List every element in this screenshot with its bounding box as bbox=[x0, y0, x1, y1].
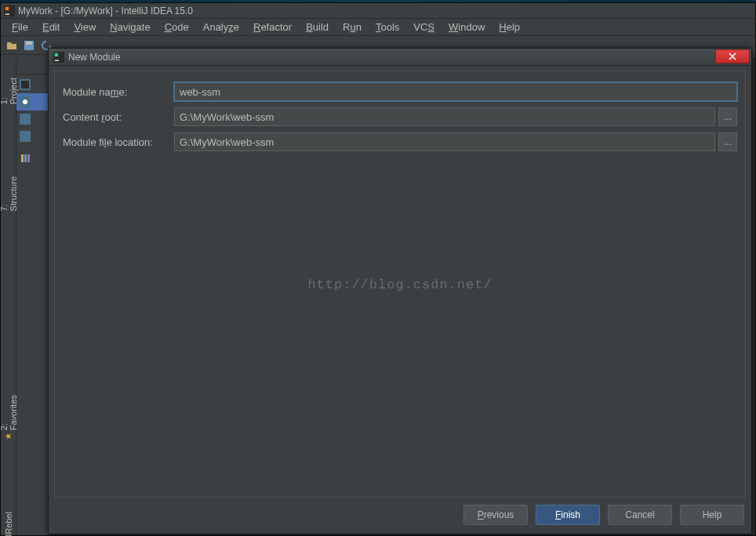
svg-rect-11 bbox=[21, 154, 24, 162]
svg-rect-1 bbox=[5, 6, 9, 9]
dialog-body: Module name: Content root: ... Module fi… bbox=[54, 71, 746, 498]
ide-titlebar: MyWork - [G:/MyWork] - IntelliJ IDEA 15.… bbox=[1, 3, 755, 19]
previous-button[interactable]: Previous bbox=[463, 505, 528, 525]
menu-view[interactable]: View bbox=[67, 20, 102, 34]
menu-analyze[interactable]: Analyze bbox=[197, 20, 245, 34]
menu-refactor[interactable]: Refactor bbox=[247, 20, 298, 34]
project-item[interactable] bbox=[16, 93, 49, 110]
ide-left-gutter: 1: Project 7: Structure 2: Favorites JRe… bbox=[1, 57, 16, 535]
content-root-input[interactable] bbox=[174, 107, 715, 126]
ide-menubar: File Edit View Navigate Code Analyze Ref… bbox=[1, 19, 755, 36]
ide-project-panel bbox=[16, 57, 49, 535]
svg-rect-16 bbox=[55, 60, 59, 60]
menu-build[interactable]: Build bbox=[300, 20, 335, 34]
gutter-tab-project[interactable]: 1: Project bbox=[0, 73, 20, 109]
finish-button[interactable]: Finish bbox=[536, 505, 600, 525]
row-content-root: Content root: ... bbox=[63, 106, 737, 128]
module-name-input[interactable] bbox=[174, 82, 737, 101]
svg-rect-12 bbox=[24, 154, 27, 162]
svg-rect-15 bbox=[55, 53, 58, 56]
gutter-tab-favorites[interactable]: 2: Favorites bbox=[0, 389, 20, 444]
svg-rect-4 bbox=[26, 42, 32, 45]
gutter-tab-jrebel-label: JRebel bbox=[4, 512, 13, 536]
cancel-button[interactable]: Cancel bbox=[608, 505, 672, 525]
watermark-text: http://blog.csdn.net/ bbox=[307, 277, 492, 292]
menu-code[interactable]: Code bbox=[158, 20, 195, 34]
menu-file[interactable]: File bbox=[5, 20, 35, 34]
close-icon bbox=[729, 53, 736, 60]
browse-content-root-button[interactable]: ... bbox=[718, 107, 737, 126]
label-module-file-location: Module file location: bbox=[63, 136, 174, 148]
open-icon[interactable] bbox=[5, 39, 18, 52]
gutter-tab-structure-label: 7: Structure bbox=[0, 176, 18, 212]
module-icon bbox=[20, 131, 31, 142]
menu-run[interactable]: Run bbox=[336, 20, 368, 34]
row-module-file-location: Module file location: ... bbox=[63, 131, 737, 153]
intellij-icon bbox=[53, 52, 64, 63]
svg-rect-2 bbox=[5, 13, 9, 14]
svg-rect-6 bbox=[21, 81, 29, 89]
menu-window[interactable]: Window bbox=[442, 20, 491, 34]
project-item[interactable] bbox=[16, 110, 49, 128]
library-icon bbox=[20, 153, 31, 164]
menu-help[interactable]: Help bbox=[492, 20, 526, 34]
project-header bbox=[16, 57, 49, 74]
close-button[interactable] bbox=[715, 49, 750, 63]
svg-rect-9 bbox=[20, 114, 31, 125]
help-button[interactable]: Help bbox=[680, 505, 744, 525]
label-content-root: Content root: bbox=[63, 111, 174, 123]
gutter-tab-favorites-label: 2: Favorites bbox=[0, 393, 18, 430]
menu-edit[interactable]: Edit bbox=[36, 20, 66, 34]
svg-rect-13 bbox=[27, 154, 30, 162]
gutter-tab-project-label: 1: Project bbox=[0, 78, 18, 104]
gutter-tab-structure[interactable]: 7: Structure bbox=[0, 172, 20, 216]
menu-navigate[interactable]: Navigate bbox=[104, 20, 156, 34]
svg-point-8 bbox=[23, 100, 27, 104]
dialog-footer: Previous Finish Cancel Help bbox=[54, 502, 746, 527]
star-icon bbox=[5, 432, 12, 440]
svg-rect-10 bbox=[20, 131, 31, 142]
new-module-dialog: New Module Module name: Content root: ..… bbox=[48, 48, 752, 534]
project-item[interactable] bbox=[16, 150, 49, 167]
dialog-title: New Module bbox=[68, 52, 121, 63]
browse-module-file-location-button[interactable]: ... bbox=[718, 132, 737, 151]
project-item[interactable] bbox=[16, 128, 49, 145]
gutter-tab-jrebel[interactable]: JRebel bbox=[2, 507, 15, 536]
label-module-name: Module name: bbox=[63, 86, 174, 98]
module-icon bbox=[20, 96, 31, 107]
save-icon[interactable] bbox=[23, 39, 35, 52]
dialog-titlebar[interactable]: New Module bbox=[49, 49, 751, 66]
menu-tools[interactable]: Tools bbox=[369, 20, 405, 34]
module-file-location-input[interactable] bbox=[174, 132, 715, 151]
project-item[interactable] bbox=[16, 76, 49, 93]
intellij-icon bbox=[4, 5, 15, 16]
module-icon bbox=[20, 79, 31, 90]
menu-vcs[interactable]: VCS bbox=[407, 20, 441, 34]
ide-title: MyWork - [G:/MyWork] - IntelliJ IDEA 15.… bbox=[18, 5, 193, 16]
row-module-name: Module name: bbox=[63, 81, 737, 103]
module-icon bbox=[20, 114, 31, 125]
